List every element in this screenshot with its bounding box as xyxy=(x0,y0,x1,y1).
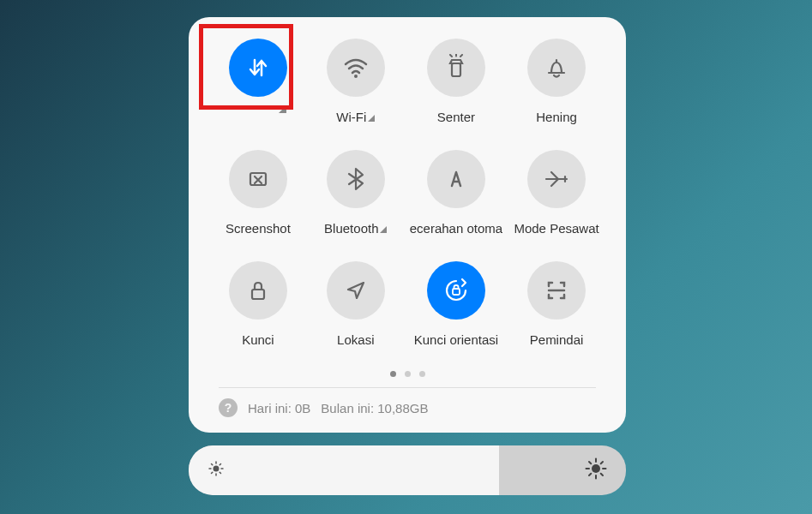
bluetooth-toggle[interactable] xyxy=(327,150,385,208)
airplane-icon xyxy=(543,165,570,193)
data-usage-row[interactable]: ? Hari ini: 0B Bulan ini: 10,88GB xyxy=(206,388,609,417)
svg-line-26 xyxy=(589,474,591,475)
page-dot-1[interactable] xyxy=(390,371,396,377)
tile-lock: Kunci xyxy=(214,261,302,347)
help-icon: ? xyxy=(219,398,238,417)
tile-scanner: Pemindai xyxy=(513,261,600,347)
flashlight-icon xyxy=(442,54,470,81)
lock-icon xyxy=(244,277,272,304)
page-dot-3[interactable] xyxy=(419,371,425,377)
pagination-dots xyxy=(206,371,609,377)
svg-point-19 xyxy=(592,464,600,473)
svg-line-27 xyxy=(601,462,603,463)
svg-point-10 xyxy=(214,466,220,472)
tile-label: Mode Pesawat xyxy=(514,221,598,236)
silent-toggle[interactable] xyxy=(527,39,586,97)
usage-today: Hari ini: 0B xyxy=(248,401,310,415)
expand-indicator-icon xyxy=(380,226,387,233)
svg-line-4 xyxy=(460,55,462,57)
svg-line-16 xyxy=(220,472,220,473)
auto-brightness-icon xyxy=(442,165,470,193)
bell-icon xyxy=(543,54,570,81)
tile-label: Lokasi xyxy=(337,332,374,347)
mobile-data-icon xyxy=(244,54,272,81)
tile-screenshot: Screenshot xyxy=(214,150,302,236)
tile-location: Lokasi xyxy=(312,261,400,347)
location-icon xyxy=(342,277,370,304)
svg-rect-7 xyxy=(252,290,264,299)
svg-rect-1 xyxy=(452,63,460,76)
flashlight-toggle[interactable] xyxy=(427,39,485,97)
brightness-slider[interactable] xyxy=(189,445,626,495)
tile-label: ecerahan otoma xyxy=(410,221,502,236)
tile-label: Kunci orientasi xyxy=(414,332,498,347)
screenshot-icon xyxy=(244,165,272,193)
orientation-lock-icon xyxy=(442,276,471,305)
tile-label: Wi-Fi xyxy=(336,110,375,124)
svg-line-15 xyxy=(212,464,213,465)
tile-orientation-lock: Kunci orientasi xyxy=(410,261,502,347)
quick-settings-panel: Wi-Fi Senter H xyxy=(189,17,626,433)
scanner-button[interactable] xyxy=(527,261,586,320)
brightness-fill xyxy=(189,445,499,495)
screenshot-button[interactable] xyxy=(229,150,287,208)
location-toggle[interactable] xyxy=(327,261,385,320)
tile-label: Pemindai xyxy=(530,332,584,347)
page-dot-2[interactable] xyxy=(405,371,411,377)
tile-label: Bluetooth xyxy=(324,221,387,236)
tile-airplane: Mode Pesawat xyxy=(513,150,600,236)
svg-line-18 xyxy=(220,464,220,465)
tile-mobile-data xyxy=(214,39,302,124)
tile-label: Kunci xyxy=(242,332,274,347)
auto-brightness-toggle[interactable] xyxy=(427,150,485,208)
expand-indicator-icon xyxy=(279,105,286,113)
wifi-toggle[interactable] xyxy=(327,39,385,97)
tile-bluetooth: Bluetooth xyxy=(312,150,400,236)
lock-button[interactable] xyxy=(229,261,287,320)
svg-point-0 xyxy=(354,75,358,78)
tile-label: Senter xyxy=(437,110,475,124)
tile-label: Screenshot xyxy=(226,221,291,236)
tile-silent: Hening xyxy=(513,39,600,124)
svg-line-17 xyxy=(212,472,213,473)
tiles-grid: Wi-Fi Senter H xyxy=(206,39,609,347)
brightness-high-icon xyxy=(585,457,607,483)
svg-line-25 xyxy=(601,474,603,475)
wifi-icon xyxy=(342,54,370,81)
tile-flashlight: Senter xyxy=(410,39,502,124)
brightness-low-icon xyxy=(208,460,225,481)
orientation-lock-toggle[interactable] xyxy=(427,261,485,320)
mobile-data-toggle[interactable] xyxy=(229,39,287,97)
bluetooth-icon xyxy=(342,165,370,193)
tile-wifi: Wi-Fi xyxy=(312,39,400,124)
svg-line-2 xyxy=(450,55,452,57)
usage-month: Bulan ini: 10,88GB xyxy=(321,401,428,415)
tile-label: Hening xyxy=(536,110,577,124)
expand-indicator-icon xyxy=(368,115,375,122)
tile-auto-brightness: ecerahan otoma xyxy=(410,150,502,236)
scanner-icon xyxy=(543,277,570,304)
airplane-toggle[interactable] xyxy=(527,150,586,208)
svg-line-24 xyxy=(589,462,591,463)
svg-rect-8 xyxy=(453,289,460,295)
